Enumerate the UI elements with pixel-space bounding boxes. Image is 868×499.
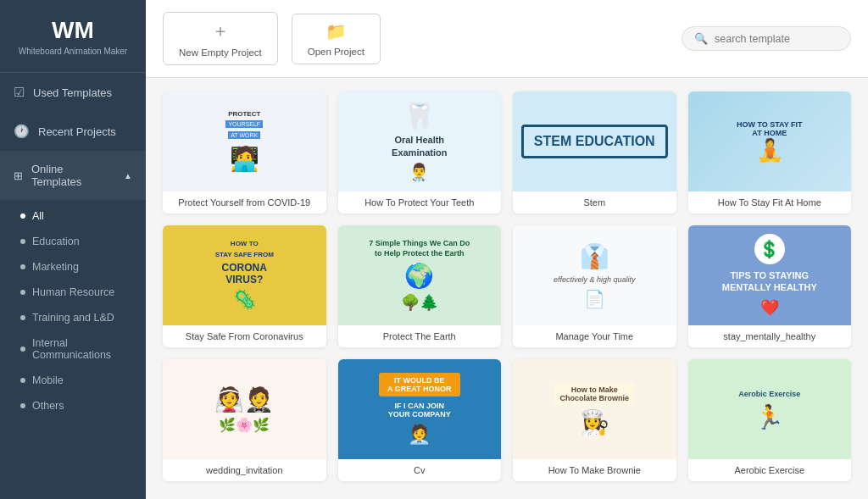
- template-thumb-corona: HOW TO STAY SAFE FROM CORONAVIRUS? 🦠: [163, 225, 326, 325]
- sidebar-item-label: Used Templates: [33, 86, 112, 99]
- submenu-item-others[interactable]: Others: [0, 393, 146, 419]
- template-card-aerobic[interactable]: Aerobic Exercise 🏃 Aerobic Exercise: [688, 359, 852, 481]
- search-box[interactable]: 🔍: [682, 26, 851, 51]
- template-label-teeth: How To Protect Your Teeth: [338, 191, 502, 213]
- main-content: ＋ New Empty Project 📁 Open Project 🔍 PRO…: [146, 0, 868, 499]
- template-label-corona: Stay Safe From Coronavirus: [163, 325, 326, 347]
- plus-icon: ＋: [212, 19, 229, 42]
- sidebar-item-recent-projects[interactable]: 🕐 Recent Projects: [0, 112, 146, 151]
- submenu-item-training[interactable]: Training and L&D: [0, 305, 146, 330]
- template-label-wedding: wedding_invitation: [163, 459, 326, 481]
- template-label-mental: stay_mentally_healthy: [688, 325, 852, 347]
- submenu-item-label: Internal Communications: [32, 337, 132, 361]
- template-label-fit: How To Stay Fit At Home: [688, 191, 852, 213]
- template-card-corona[interactable]: HOW TO STAY SAFE FROM CORONAVIRUS? 🦠 Sta…: [163, 225, 326, 347]
- template-card-teeth[interactable]: 🦷 Oral HealthExamination 👨‍⚕️ How To Pro…: [338, 91, 502, 213]
- template-card-stem[interactable]: STEM EDUCATION Stem: [513, 91, 676, 213]
- template-card-wedding[interactable]: 👰🤵 🌿🌸🌿 wedding_invitation: [163, 359, 326, 481]
- recent-projects-icon: 🕐: [14, 124, 30, 139]
- template-grid-container: PROTECT YOURSELF AT WORK 🧑‍💻 Protect You…: [146, 78, 868, 499]
- template-card-cv[interactable]: IT WOULD BEA GREAT HONOR IF I CAN JOINYO…: [338, 359, 502, 481]
- submenu-item-label: Training and L&D: [32, 312, 114, 324]
- submenu-item-label: Others: [32, 400, 64, 412]
- dot-icon: [20, 347, 25, 352]
- search-icon: 🔍: [694, 32, 708, 45]
- submenu-item-all[interactable]: All: [0, 203, 146, 229]
- online-templates-icon: ⊞: [14, 169, 23, 182]
- submenu-item-human-resource[interactable]: Human Resource: [0, 280, 146, 305]
- submenu-item-internal-comm[interactable]: Internal Communications: [0, 330, 146, 368]
- submenu-item-mobile[interactable]: Mobile: [0, 368, 146, 393]
- template-label-time: Manage Your Time: [513, 325, 676, 347]
- open-project-button[interactable]: 📁 Open Project: [292, 14, 381, 64]
- online-templates-submenu: All Education Marketing Human Resource T…: [0, 200, 146, 422]
- template-card-fit[interactable]: HOW TO STAY FITAT HOME 🧘 How To Stay Fit…: [688, 91, 852, 213]
- template-grid: PROTECT YOURSELF AT WORK 🧑‍💻 Protect You…: [163, 91, 851, 481]
- logo-full-name: Whiteboard Animation Maker: [14, 46, 132, 57]
- template-thumb-cv: IT WOULD BEA GREAT HONOR IF I CAN JOINYO…: [338, 359, 502, 459]
- submenu-item-label: Marketing: [32, 261, 79, 273]
- app-logo: WM Whiteboard Animation Maker: [0, 0, 146, 73]
- sidebar: WM Whiteboard Animation Maker ☑ Used Tem…: [0, 0, 146, 499]
- template-thumb-covid: PROTECT YOURSELF AT WORK 🧑‍💻: [163, 91, 326, 191]
- template-label-aerobic: Aerobic Exercise: [688, 459, 852, 481]
- template-thumb-fit: HOW TO STAY FITAT HOME 🧘: [688, 91, 852, 191]
- template-label-covid: Protect Yourself from COVID-19: [163, 191, 326, 213]
- toolbar: ＋ New Empty Project 📁 Open Project 🔍: [146, 0, 868, 78]
- dot-icon: [20, 290, 25, 295]
- dot-icon: [20, 264, 25, 269]
- used-templates-icon: ☑: [14, 85, 25, 100]
- dot-icon: [20, 213, 25, 219]
- submenu-item-marketing[interactable]: Marketing: [0, 254, 146, 280]
- new-project-label: New Empty Project: [179, 47, 262, 58]
- template-thumb-earth: 7 Simple Things We Can Doto Help Protect…: [338, 225, 502, 325]
- template-card-earth[interactable]: 7 Simple Things We Can Doto Help Protect…: [338, 225, 502, 347]
- template-card-brownie[interactable]: How to MakeChocolate Brownie 👩‍🍳 How To …: [513, 359, 676, 481]
- submenu-item-label: Human Resource: [32, 286, 114, 298]
- dot-icon: [20, 403, 25, 408]
- template-thumb-time: 👔 effectively & high quality 📄: [513, 225, 676, 325]
- submenu-item-education[interactable]: Education: [0, 229, 146, 254]
- template-thumb-aerobic: Aerobic Exercise 🏃: [688, 359, 852, 459]
- template-label-stem: Stem: [513, 191, 676, 213]
- chevron-up-icon: ▲: [124, 171, 132, 180]
- new-project-button[interactable]: ＋ New Empty Project: [163, 12, 278, 65]
- submenu-item-label: Mobile: [32, 374, 64, 386]
- template-thumb-stem: STEM EDUCATION: [513, 91, 676, 191]
- search-input[interactable]: [715, 33, 838, 45]
- dot-icon: [20, 315, 25, 320]
- sidebar-item-label: Online Templates: [31, 163, 115, 188]
- folder-icon: 📁: [326, 21, 347, 42]
- sidebar-item-used-templates[interactable]: ☑ Used Templates: [0, 73, 146, 112]
- open-project-label: Open Project: [308, 47, 364, 57]
- logo-abbr: WM: [14, 17, 132, 44]
- template-thumb-mental: 💲 TIPS TO STAYINGMENTALLY HEALTHY ❤️: [688, 225, 852, 325]
- template-label-brownie: How To Make Brownie: [513, 459, 676, 481]
- sidebar-item-label: Recent Projects: [38, 125, 116, 138]
- template-card-covid[interactable]: PROTECT YOURSELF AT WORK 🧑‍💻 Protect You…: [163, 91, 326, 213]
- sidebar-item-online-templates[interactable]: ⊞ Online Templates ▲: [0, 151, 146, 200]
- template-card-time[interactable]: 👔 effectively & high quality 📄 Manage Yo…: [513, 225, 676, 347]
- template-label-cv: Cv: [338, 459, 502, 481]
- dot-icon: [20, 239, 25, 244]
- template-thumb-wedding: 👰🤵 🌿🌸🌿: [163, 359, 326, 459]
- template-thumb-brownie: How to MakeChocolate Brownie 👩‍🍳: [513, 359, 676, 459]
- template-thumb-teeth: 🦷 Oral HealthExamination 👨‍⚕️: [338, 91, 502, 191]
- submenu-item-label: All: [32, 210, 44, 222]
- submenu-item-label: Education: [32, 236, 80, 247]
- dot-icon: [20, 378, 25, 383]
- template-card-mental[interactable]: 💲 TIPS TO STAYINGMENTALLY HEALTHY ❤️ sta…: [688, 225, 852, 347]
- template-label-earth: Protect The Earth: [338, 325, 502, 347]
